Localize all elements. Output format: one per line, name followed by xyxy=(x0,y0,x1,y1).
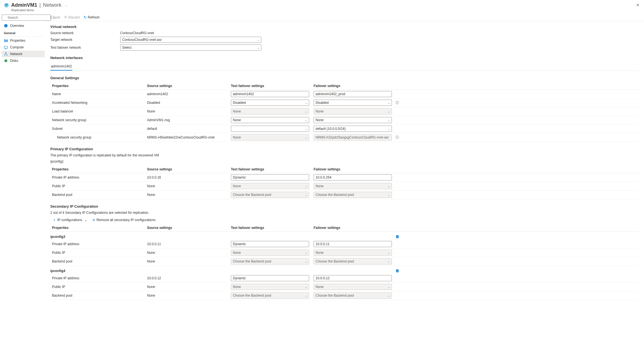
chevron-down-icon: ⌄ xyxy=(305,110,307,113)
sidebar-item-disks[interactable]: Disks xyxy=(2,57,45,64)
label-source-network: Source network xyxy=(50,31,120,35)
chevron-down-icon: ⌄ xyxy=(257,38,259,41)
select-subnet-fo[interactable]: default (10.0.0.0/24)⌄ xyxy=(314,126,392,132)
input-pip-tf[interactable]: Dynamic xyxy=(231,174,309,180)
row-cfg4-pub: Public IP None None⌄ None⌄ xyxy=(50,283,638,291)
row-nsg: Network security group AdminVM1-nsg None… xyxy=(50,116,638,125)
svg-rect-5 xyxy=(6,40,6,42)
refresh-button[interactable]: ↻ Refresh xyxy=(84,15,100,19)
sidebar-item-overview[interactable]: i Overview xyxy=(2,22,45,29)
sidebar-section-general: General xyxy=(2,29,45,36)
input-name-tf[interactable]: adminvm1402 xyxy=(231,91,309,97)
col-source: Source settings xyxy=(145,84,229,88)
more-icon[interactable]: ··· xyxy=(65,4,68,8)
section-virtual-network: Virtual network xyxy=(50,25,638,29)
info-icon[interactable]: ⓘ xyxy=(395,100,400,105)
row-cfg3-pip: Private IP address 10.0.0.11 Dynamic 10.… xyxy=(50,240,638,249)
select-bp-fo: Choose the Backend pool⌄ xyxy=(314,192,392,198)
chevron-down-icon: ⌄ xyxy=(388,294,390,297)
section-network-interfaces: Network interfaces xyxy=(50,56,638,60)
select-cfg3-pub-tf: None⌄ xyxy=(231,250,309,256)
row-subnet-nsg: Network security group NRMS-r45owhbei22r… xyxy=(50,133,638,142)
input-cfg3-pip-tf[interactable]: Dynamic xyxy=(231,241,309,247)
input-cfg4-pip-fo[interactable]: 10.0.0.12 xyxy=(314,275,392,281)
chevron-down-icon: ⌄ xyxy=(305,193,307,196)
select-nsg-fo[interactable]: None⌄ xyxy=(314,117,392,123)
svg-point-9 xyxy=(5,52,6,53)
svg-point-11 xyxy=(6,55,8,56)
svg-rect-4 xyxy=(4,39,5,42)
divider xyxy=(2,36,45,37)
general-settings-grid: Properties Source settings Test failover… xyxy=(50,82,638,142)
select-cfg3-bp-fo: Choose the Backend pool⌄ xyxy=(314,258,392,264)
sidebar-item-label: Properties xyxy=(10,39,25,43)
select-test-failover-network[interactable]: Select ⌄ xyxy=(120,44,261,51)
col-source: Source settings xyxy=(145,167,229,171)
col-test-failover: Test failover settings xyxy=(229,167,312,171)
col-properties: Properties xyxy=(50,167,145,171)
col-test-failover: Test failover settings xyxy=(229,226,312,230)
select-accel-tf[interactable]: Disabled⌄ xyxy=(231,100,309,106)
page-name: Network xyxy=(43,2,61,8)
chevron-down-icon: ⌄ xyxy=(388,101,390,104)
resource-icon xyxy=(4,3,9,8)
section-general-settings: General Settings xyxy=(50,76,638,80)
main-panel: 💾 Save ✕ Discard ↻ Refresh Virtual netwo… xyxy=(45,13,644,308)
svg-point-1 xyxy=(6,5,7,6)
row-name: Name adminvm1402 adminvm1402 adminvm1402… xyxy=(50,90,638,99)
row-cfg4-pip: Private IP address 10.0.0.12 Dynamic 10.… xyxy=(50,274,638,283)
row-private-ip: Private IP address 10.0.0.16 Dynamic 10.… xyxy=(50,173,638,182)
discard-button[interactable]: ✕ Discard xyxy=(64,15,80,19)
group-ipconfig4: ipconfig4 🗑 xyxy=(50,266,638,274)
chevron-down-icon: ⌄ xyxy=(305,260,307,263)
page-title: AdminVM1 | Network ··· xyxy=(11,2,640,8)
chevron-down-icon: ⌄ xyxy=(388,110,390,113)
input-cfg4-pip-tf[interactable]: Dynamic xyxy=(231,275,309,281)
chevron-down-icon: ⌄ xyxy=(305,101,307,104)
sidebar-item-label: Disks xyxy=(10,59,18,63)
search-input[interactable] xyxy=(2,15,51,21)
add-ip-config-button[interactable]: ＋ IP configurations ⌄ xyxy=(53,217,87,222)
chevron-down-icon: ⌄ xyxy=(388,127,390,130)
chevron-down-icon: ⌄ xyxy=(305,136,307,139)
tab-adminvm1402[interactable]: adminvm1402 xyxy=(50,63,72,71)
label-test-failover-network: Test failover network xyxy=(50,46,120,50)
svg-point-10 xyxy=(4,55,5,56)
input-cfg3-pip-fo[interactable]: 10.0.0.11 xyxy=(314,241,392,247)
sidebar-item-network[interactable]: Network xyxy=(2,51,45,57)
select-subnsg-tf: None⌄ xyxy=(231,134,309,140)
secondary-ip-grid: Properties Source settings Test failover… xyxy=(50,224,638,300)
select-bp-tf: Choose the Backend pool⌄ xyxy=(231,192,309,198)
select-accel-fo[interactable]: Disabled⌄ xyxy=(314,100,392,106)
chevron-down-icon: ⌄ xyxy=(305,119,307,122)
primary-ip-name: ipconfig1 xyxy=(50,160,638,163)
chevron-down-icon: ⌄ xyxy=(305,294,307,297)
chevron-down-icon: ⌄ xyxy=(305,127,307,130)
info-icon[interactable]: ⓘ xyxy=(395,135,400,140)
input-pip-fo[interactable]: 10.0.0.254 xyxy=(314,174,392,180)
chevron-down-icon: ⌄ xyxy=(388,185,390,188)
delete-ipconfig3-icon[interactable]: 🗑 xyxy=(395,235,400,239)
select-lb-fo: None⌄ xyxy=(314,108,392,114)
row-backend-pool: Backend pool None Choose the Backend poo… xyxy=(50,191,638,199)
refresh-icon: ↻ xyxy=(84,15,87,19)
sidebar-item-properties[interactable]: Properties xyxy=(2,37,45,44)
row-subnet: Subnet default ⌄ default (10.0.0.0/24)⌄ xyxy=(50,125,638,133)
input-name-fo[interactable]: adminvm1402_prod xyxy=(314,91,392,97)
delete-ipconfig4-icon[interactable]: 🗑 xyxy=(395,269,400,273)
close-icon[interactable]: ✕ xyxy=(636,3,640,7)
select-subnet-tf[interactable]: ⌄ xyxy=(231,126,309,132)
select-lb-tf: None⌄ xyxy=(231,108,309,114)
col-test-failover: Test failover settings xyxy=(229,84,312,88)
chevron-down-icon: ⌄ xyxy=(305,251,307,254)
row-cfg3-bp: Backend pool None Choose the Backend poo… xyxy=(50,257,638,266)
select-nsg-tf[interactable]: None⌄ xyxy=(231,117,309,123)
remove-all-ip-config-button[interactable]: ✕ Remove all secondary IP configurations xyxy=(92,217,155,222)
select-cfg3-bp-tf: Choose the Backend pool⌄ xyxy=(231,258,309,264)
row-accel-net: Accelerated Networking Disabled Disabled… xyxy=(50,99,638,107)
chevron-down-icon: ⌄ xyxy=(257,46,259,49)
sidebar-item-compute[interactable]: Compute xyxy=(2,44,45,51)
select-target-network[interactable]: ContosoCloudRG-vnet-asr ⌄ xyxy=(120,37,261,43)
toolbar: 💾 Save ✕ Discard ↻ Refresh xyxy=(45,13,644,21)
svg-rect-8 xyxy=(5,49,6,49)
